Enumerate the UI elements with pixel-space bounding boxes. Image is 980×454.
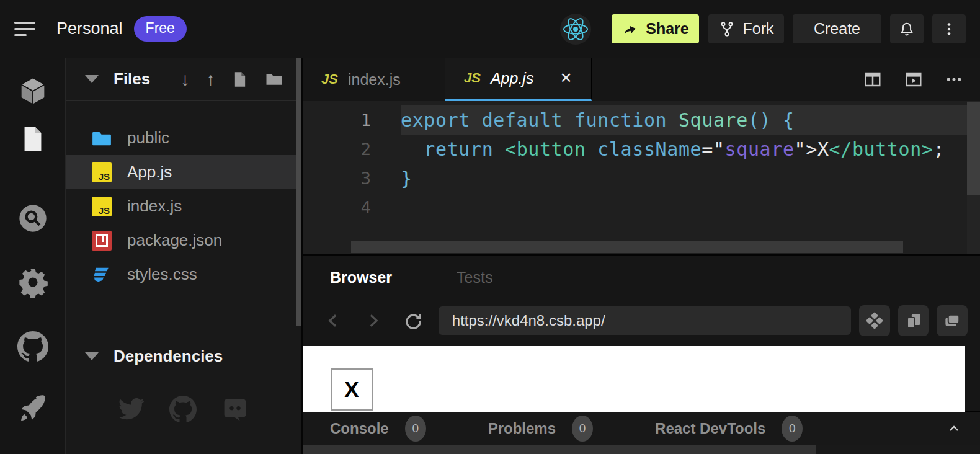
code-token: export default function xyxy=(401,109,679,131)
code-token: () xyxy=(748,109,771,131)
split-view-icon[interactable] xyxy=(863,70,882,89)
main-menu-icon[interactable] xyxy=(14,19,39,39)
code-token xyxy=(771,109,783,131)
react-logo-icon[interactable] xyxy=(560,14,591,45)
rendered-page: X xyxy=(303,346,965,412)
file-explorer-icon[interactable] xyxy=(0,122,65,156)
js-filetype-icon: JS xyxy=(464,70,481,86)
bell-icon xyxy=(898,20,915,38)
code-token: ">X xyxy=(795,138,829,160)
file-tree: publicJSApp.jsJSindex.jspackage.jsonstyl… xyxy=(66,101,301,292)
files-panel: Files ↓ ↑ publicJSApp.jsJSindex.jspackag… xyxy=(65,58,301,454)
preview-tab-bar: Browser Tests xyxy=(303,256,980,299)
code-token: </button> xyxy=(829,138,933,160)
file-name: package.json xyxy=(127,231,222,250)
codesandbox-app: Personal Free Share Fork Create xyxy=(0,0,980,454)
code-token: { xyxy=(783,109,795,131)
code-token xyxy=(401,138,424,160)
tab-label: index.js xyxy=(348,71,401,89)
code-token: =" xyxy=(702,138,724,160)
js-filetype-icon: JS xyxy=(321,71,338,87)
panel-horizontal-scrollbar[interactable] xyxy=(303,445,980,454)
create-button[interactable]: Create xyxy=(793,14,881,43)
responsive-preview-icon[interactable] xyxy=(898,305,929,336)
code-token: className xyxy=(597,138,702,160)
code-line[interactable]: } xyxy=(401,164,980,193)
tab-tests[interactable]: Tests xyxy=(457,269,492,287)
chevron-down-icon xyxy=(85,75,99,83)
github-icon[interactable] xyxy=(0,329,65,364)
dependencies-section-header[interactable]: Dependencies xyxy=(66,334,301,378)
open-in-new-window-icon[interactable] xyxy=(937,305,968,336)
line-number-gutter: 1234 xyxy=(303,101,401,254)
preview-window-icon[interactable] xyxy=(904,70,923,89)
sandbox-cube-icon[interactable] xyxy=(0,74,65,109)
rocket-deploy-icon[interactable] xyxy=(0,391,65,426)
search-icon[interactable] xyxy=(0,201,65,236)
refresh-icon[interactable] xyxy=(400,311,425,331)
github-icon[interactable] xyxy=(169,396,197,423)
tab-browser[interactable]: Browser xyxy=(330,269,392,287)
forward-icon[interactable] xyxy=(361,311,386,330)
editor-vertical-scrollbar[interactable] xyxy=(967,101,980,254)
code-line[interactable] xyxy=(401,193,980,222)
js-file-icon: JS xyxy=(91,162,112,183)
editor-horizontal-scrollbar[interactable] xyxy=(351,241,903,253)
new-folder-icon[interactable] xyxy=(265,70,283,89)
devtools-diamonds-icon[interactable] xyxy=(859,305,890,336)
editor-tabbar-actions xyxy=(863,58,980,101)
square-game-button[interactable]: X xyxy=(331,368,373,411)
discord-icon[interactable] xyxy=(221,396,249,423)
code-line[interactable]: return <button className="square">X</but… xyxy=(401,135,980,164)
download-sandbox-icon[interactable]: ↓ xyxy=(180,69,190,90)
file-name: styles.css xyxy=(127,265,197,284)
folder-file-icon xyxy=(91,128,112,149)
share-button[interactable]: Share xyxy=(612,14,699,43)
twitter-icon[interactable] xyxy=(118,396,145,423)
editor-more-options-icon[interactable] xyxy=(945,71,963,88)
devtools-tab-console[interactable]: Console0 xyxy=(330,416,426,442)
fork-button-label: Fork xyxy=(743,20,774,38)
main-area: Files ↓ ↑ publicJSApp.jsJSindex.jspackag… xyxy=(0,58,980,454)
file-row-styles.css[interactable]: styles.css xyxy=(66,257,301,292)
url-input[interactable] xyxy=(439,306,852,335)
code-line[interactable]: export default function Square() { xyxy=(401,105,980,135)
kebab-menu-icon xyxy=(941,21,957,37)
new-file-icon[interactable] xyxy=(231,71,249,88)
settings-gear-icon[interactable] xyxy=(0,265,65,300)
code-token: } xyxy=(401,167,412,189)
notifications-button[interactable] xyxy=(890,14,924,43)
npm-file-icon xyxy=(91,230,112,251)
scrollbar-thumb[interactable] xyxy=(967,102,980,195)
code-token: <button xyxy=(505,138,586,160)
devtools-tab-react-devtools[interactable]: React DevTools0 xyxy=(655,416,803,442)
back-icon[interactable] xyxy=(321,311,346,330)
files-section-title: Files xyxy=(114,69,150,89)
upload-files-icon[interactable]: ↑ xyxy=(206,69,215,90)
share-button-label: Share xyxy=(646,20,688,38)
files-panel-scrollbar[interactable] xyxy=(296,58,301,326)
devtools-tab-label: Problems xyxy=(488,420,556,437)
count-badge: 0 xyxy=(572,416,593,442)
file-row-package.json[interactable]: package.json xyxy=(66,223,301,257)
file-row-public[interactable]: public xyxy=(66,121,301,155)
line-number: 4 xyxy=(303,193,371,222)
code-editor[interactable]: 1234 export default function Square() { … xyxy=(303,101,980,254)
devtools-tab-problems[interactable]: Problems0 xyxy=(488,416,593,442)
social-links xyxy=(66,396,301,423)
code-token: return xyxy=(424,138,505,160)
code-token: square xyxy=(725,138,795,160)
browser-nav-bar xyxy=(303,299,980,342)
close-tab-icon[interactable]: ✕ xyxy=(559,69,572,87)
editor-tab-App.js[interactable]: JSApp.js✕ xyxy=(445,58,592,101)
fork-button[interactable]: Fork xyxy=(708,14,784,43)
code-token: ; xyxy=(933,138,945,160)
file-row-index.js[interactable]: JSindex.js xyxy=(66,189,301,223)
file-row-App.js[interactable]: JSApp.js xyxy=(66,155,301,189)
collapse-panel-icon[interactable] xyxy=(947,421,961,436)
files-section-header[interactable]: Files ↓ ↑ xyxy=(66,58,301,101)
editor-tab-index.js[interactable]: JSindex.js xyxy=(303,58,445,101)
code-token xyxy=(586,138,598,160)
more-options-button[interactable] xyxy=(932,14,966,43)
workspace-name[interactable]: Personal xyxy=(56,19,123,38)
